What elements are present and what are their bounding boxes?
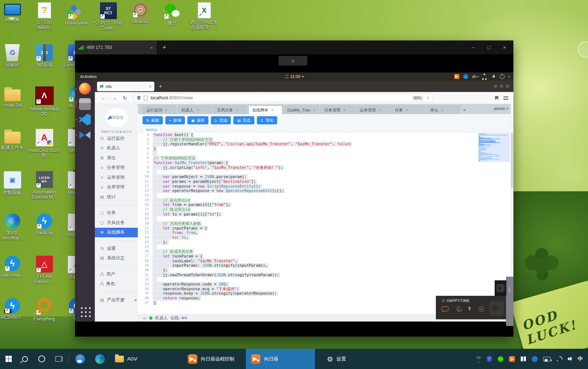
bluetooth-tray-icon[interactable] [532,356,538,362]
close-tab-icon[interactable]: × [441,108,443,112]
expand-chevron-icon[interactable]: » [507,305,510,310]
toolbar-button-日志[interactable]: ▤日志 [233,116,254,124]
desktop-icon-folder[interactable]: smap-1st [0,86,28,129]
dock-item-diamond[interactable] [75,129,95,141]
tab-overflow-icon[interactable]: » [463,107,466,113]
start-button[interactable] [0,349,17,369]
app-tab-[SaiMo_Tran[interactable]: [SaiMo_Tran× [284,106,319,114]
wifi-tray-icon[interactable] [475,356,481,362]
sidebar-item-机器人[interactable]: ⊙机器人 [95,143,138,153]
forward-button[interactable]: → [112,95,117,101]
window-maximize-icon[interactable] [500,85,503,88]
wechat-tray-icon[interactable] [498,356,503,362]
desktop-icon-bandizip[interactable]: ϟcale.smar... [0,256,28,298]
close-tab-icon[interactable]: × [236,108,238,112]
sunlogin-tray-icon[interactable] [509,356,515,362]
task-view-button[interactable] [50,349,67,369]
toolbar-button-新增[interactable]: +新增 [165,116,185,124]
sidebar-item-任务管理[interactable]: ≡任务管理 [95,163,138,173]
cursor-icon[interactable] [468,306,472,311]
sidebar-item-运行监控[interactable]: ⊡运行监控 [95,134,138,143]
edge-button[interactable] [90,349,110,369]
close-tab-icon[interactable]: × [343,108,345,112]
desktop-icon-edge[interactable]: 第4章 oboshop... [0,213,28,256]
sidebar-item-任务[interactable]: ▢任务 [95,208,138,218]
app-tab-在线脚本[interactable]: 在线脚本× [248,106,282,114]
sidebar-item-统计[interactable]: ▤统计 [95,192,138,202]
sidebar-item-产品手册[interactable]: ▤产品手册◀ [95,295,138,305]
desktop-icon-acrobat[interactable]: ΛAdobe Acrobat DC [28,86,60,129]
desktop-icon-zip360[interactable]: 360360压缩 [28,44,60,86]
agv-folder-button[interactable]: AGV [110,349,142,369]
search-button[interactable] [17,349,33,369]
desktop-icon-eplan[interactable]: △EPLAN Electric ... [28,256,60,298]
toolbar-button-保存[interactable]: ▣保存 [187,116,208,124]
zoom-level-badge[interactable]: 90% [412,96,423,100]
sidebar-item-设置[interactable]: ⇆设置 [95,244,138,253]
sidebar-item-天风任务[interactable]: ▢天风任务 [95,218,138,228]
clock[interactable]: 二 11:00 [285,74,304,79]
microphone-icon[interactable] [457,306,460,311]
toolbar-button-导出[interactable]: ↧导出 [257,116,277,124]
close-tab-icon[interactable]: × [406,108,408,112]
library-icon[interactable] [495,96,498,100]
desktop-icon-folder[interactable]: 新建文件夹 [0,129,28,171]
volume-icon[interactable] [492,75,495,78]
close-tab-icon[interactable]: × [197,108,199,112]
desktop-icon-cpanel[interactable]: ▣控制面板 [0,171,28,213]
sidebar-collapse-icon[interactable]: ◀ [134,298,136,302]
close-circle-icon[interactable]: ✕ [478,306,484,312]
network-icon[interactable] [482,74,488,80]
app-tab-任务[interactable]: 任务× [391,106,425,114]
sidebar-item-系统日志[interactable]: ▤系统日志 [95,253,138,263]
teamviewer-tray-icon[interactable]: ↔ [463,74,468,79]
tracking-shield-icon[interactable] [137,96,141,100]
qq-browser-button[interactable] [70,349,90,369]
desktop-icon-bandizip[interactable]: ϟBandizip [28,213,60,256]
activities-button[interactable]: Activities [80,74,97,79]
bookmark-star-icon[interactable]: ☆ [426,95,430,100]
chat-icon[interactable] [442,306,448,311]
dock-item-vscode[interactable] [75,114,95,125]
toolbar-dropdown-button[interactable]: ∨ [279,56,307,65]
url-bar[interactable]: localhost:8080/#/view 90% ☆ [134,93,433,102]
settings-task[interactable]: ⚙ 设置 [322,349,351,369]
minimize-window-button[interactable]: − [472,45,475,50]
desktop-icon-zip[interactable]: ϟZIPRC2000-f... [0,298,28,340]
desktop-icon-license[interactable]: LICEN MAAutomation License M... [28,171,60,213]
close-window-button[interactable]: × [503,45,506,50]
shield-tray-icon[interactable] [487,356,492,362]
sunlogin-tray-icon[interactable] [454,74,459,79]
menu-hamburger-icon[interactable] [503,96,508,100]
new-tab-button[interactable]: + [159,83,162,90]
app-tab-天风任务[interactable]: 天风任务× [213,106,247,114]
remote-session-tab[interactable]: 469 171 783 × [75,40,157,54]
cortana-button[interactable] [33,349,50,369]
close-tab-icon[interactable]: × [379,108,381,112]
desktop-icon-disc[interactable]: UltraISO [124,2,156,31]
close-tab-icon[interactable]: × [165,108,168,112]
sunlogin-task-active[interactable]: 向日葵 [246,349,315,369]
maximize-window-button[interactable]: □ [487,45,490,50]
language-indicator[interactable]: zh ▾ [472,74,478,79]
new-session-button[interactable]: + [162,44,166,52]
sunlogin-remote-task[interactable]: 向日葵远程控制 [183,349,239,369]
desktop-icon-recycle[interactable]: ♻回收站 [0,44,28,86]
close-tab-icon[interactable]: × [313,108,316,112]
desktop-icon-s7pct[interactable]: S7 PCTS7-PCT - Port Confi... [92,2,124,31]
back-button[interactable]: ← [101,95,106,101]
overlay-logo-square[interactable] [495,280,506,296]
app-tab-机器人[interactable]: 机器人× [178,106,212,114]
overlay-rail[interactable]: » [506,277,513,326]
file-tab-bootjs[interactable]: boot.js [143,127,161,133]
desktop-icon-monitor[interactable]: 此电脑 [0,2,28,31]
scrollbar-thumb[interactable] [511,133,513,188]
dock-item-firefox[interactable] [75,83,95,95]
window-minimize-icon[interactable] [494,85,497,88]
dock-item-appgrid[interactable] [75,305,95,317]
user-menu[interactable]: admin ▾ [494,106,508,111]
collapse-arrow-icon[interactable]: ⇐ [143,316,147,321]
sidebar-item-合单管理[interactable]: ≡合单管理 [95,182,138,192]
sidebar-item-用户[interactable]: 用户 [95,269,138,279]
toolbar-button-启动[interactable]: ▷启动 [211,116,231,124]
